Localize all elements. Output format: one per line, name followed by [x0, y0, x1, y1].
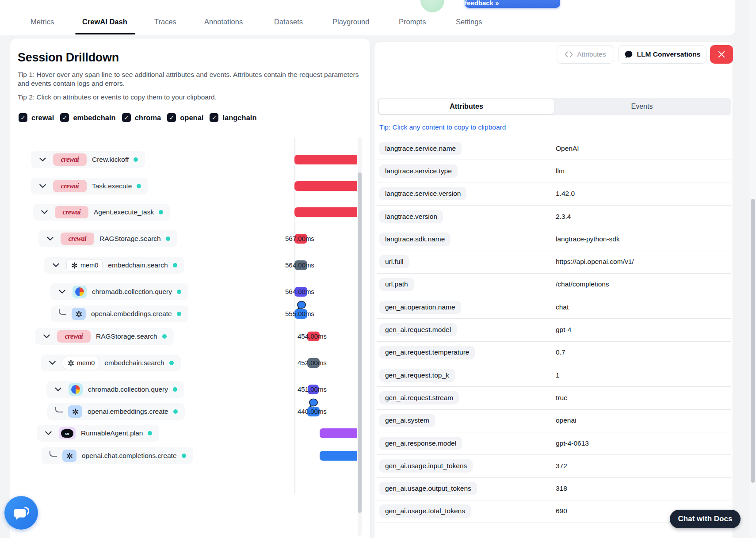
- checkbox-langchain[interactable]: ✓: [210, 113, 218, 122]
- tab-events[interactable]: Events: [554, 99, 729, 114]
- attribute-key-gen_ai.usage.total_tokens[interactable]: gen_ai.usage.total_tokens: [379, 504, 471, 518]
- chevron-down-icon[interactable]: [37, 157, 48, 162]
- attribute-key-langtrace.service.version[interactable]: langtrace.service.version: [379, 187, 466, 200]
- attribute-key-gen_ai.usage.output_tokens[interactable]: gen_ai.usage.output_tokens: [379, 482, 477, 495]
- span-row-RunnableAgent.plan[interactable]: ∞RunnableAgent.plan: [37, 425, 159, 442]
- nav-tab-crewai-dash[interactable]: CrewAI Dash: [82, 18, 127, 26]
- status-dot: [134, 157, 138, 162]
- checkbox-crewai[interactable]: ✓: [19, 113, 27, 122]
- span-list-scrollbar-thumb[interactable]: [358, 172, 362, 513]
- chevron-down-icon[interactable]: [41, 334, 52, 339]
- span-row-Agent.execute_task[interactable]: crewaiAgent.execute_task: [33, 204, 170, 221]
- close-button[interactable]: [710, 45, 733, 64]
- duration-label: 440.00ms: [298, 408, 327, 415]
- row-divider: [377, 296, 731, 296]
- attribute-key-gen_ai.request.top_k[interactable]: gen_ai.request.top_k: [379, 369, 455, 382]
- attribute-value-gen_ai.request.temperature[interactable]: 0.7: [556, 348, 565, 356]
- attribute-value-gen_ai.request.top_k[interactable]: 1: [556, 371, 560, 379]
- span-row-chromadb.collection.query[interactable]: chromadb.collection.query: [50, 283, 188, 300]
- attribute-key-url.path[interactable]: url.path: [379, 278, 414, 291]
- tab-attributes[interactable]: Attributes: [379, 99, 554, 114]
- active-tab-underline: [75, 33, 135, 34]
- attribute-key-gen_ai.request.model[interactable]: gen_ai.request.model: [379, 323, 457, 336]
- timeline-bar-openai.chat.completions.create[interactable]: [320, 451, 357, 461]
- nav-tab-traces[interactable]: Traces: [154, 18, 176, 26]
- timeline-bar-Agent.execute_task[interactable]: [294, 207, 357, 217]
- span-row-openai.chat.completions.create[interactable]: openai.chat.completions.create: [42, 447, 193, 464]
- span-row-openai.embeddings.create[interactable]: openai.embeddings.create: [47, 403, 185, 420]
- attribute-key-gen_ai.operation.name[interactable]: gen_ai.operation.name: [379, 301, 461, 314]
- copy-tip-link[interactable]: Tip: Click any content to copy to clipbo…: [379, 123, 506, 131]
- attribute-value-langtrace.service.version[interactable]: 1.42.0: [556, 190, 575, 198]
- timeline-bar-Task.execute[interactable]: [294, 181, 357, 191]
- nav-tab-datasets[interactable]: Datasets: [274, 18, 303, 26]
- chevron-down-icon[interactable]: [57, 290, 67, 294]
- timeline-bar-RunnableAgent.plan[interactable]: [320, 428, 357, 438]
- span-row-RAGStorage.search[interactable]: crewaiRAGStorage.search: [35, 328, 174, 345]
- nav-tab-playground[interactable]: Playground: [332, 18, 369, 26]
- attribute-value-langtrace.version[interactable]: 2.3.4: [556, 213, 571, 221]
- attribute-value-gen_ai.usage.total_tokens[interactable]: 690: [556, 507, 567, 515]
- attribute-key-gen_ai.usage.input_tokens[interactable]: gen_ai.usage.input_tokens: [379, 459, 473, 473]
- checkbox-openai[interactable]: ✓: [167, 113, 176, 122]
- chevron-down-icon[interactable]: [39, 210, 50, 214]
- attribute-key-url.full[interactable]: url.full: [379, 255, 409, 268]
- attribute-value-gen_ai.request.model[interactable]: gpt-4: [556, 326, 571, 334]
- attribute-value-gen_ai.response.model[interactable]: gpt-4-0613: [556, 439, 589, 447]
- span-row-Task.execute[interactable]: crewaiTask.execute: [31, 178, 148, 195]
- attribute-value-langtrace.service.name[interactable]: OpenAI: [556, 145, 579, 153]
- attribute-key-langtrace.sdk.name[interactable]: langtrace.sdk.name: [379, 233, 451, 246]
- checkbox-label-openai: openai: [180, 114, 203, 122]
- attribute-key-langtrace.service.type[interactable]: langtrace.service.type: [379, 164, 458, 178]
- chevron-down-icon[interactable]: [37, 184, 48, 188]
- llm-bubble-icon[interactable]: [297, 300, 306, 310]
- avatar[interactable]: [420, 0, 444, 12]
- attribute-value-gen_ai.usage.output_tokens[interactable]: 318: [556, 485, 567, 492]
- attribute-value-gen_ai.usage.input_tokens[interactable]: 372: [556, 462, 567, 470]
- llm-bubble-icon[interactable]: [309, 398, 318, 408]
- chat-with-docs-button[interactable]: Chat with Docs: [670, 510, 741, 528]
- langtrace-app: Get more FREE credits for feedback » Met…: [0, 0, 756, 538]
- page-scrollbar-thumb[interactable]: [751, 199, 755, 483]
- chevron-down-icon[interactable]: [43, 431, 53, 435]
- attribute-key-gen_ai.request.temperature[interactable]: gen_ai.request.temperature: [379, 346, 475, 359]
- attribute-value-gen_ai.system[interactable]: openai: [556, 416, 577, 424]
- attribute-key-gen_ai.response.model[interactable]: gen_ai.response.model: [379, 437, 462, 450]
- support-chat-widget[interactable]: [4, 496, 38, 530]
- nav-tab-metrics[interactable]: Metrics: [31, 18, 54, 26]
- chevron-down-icon[interactable]: [45, 237, 55, 241]
- attribute-key-langtrace.service.name[interactable]: langtrace.service.name: [379, 142, 462, 155]
- llm-conversations-button[interactable]: LLM Conversations: [618, 45, 706, 64]
- checkbox-chroma[interactable]: ✓: [122, 113, 131, 122]
- attribute-value-gen_ai.request.stream[interactable]: true: [556, 394, 568, 402]
- free-credits-button[interactable]: Get more FREE credits for feedback »: [465, 0, 560, 8]
- status-dot: [148, 431, 152, 435]
- attribute-value-url.full[interactable]: https://api.openai.com/v1/: [556, 258, 634, 266]
- span-row-embedchain.search[interactable]: mem0embedchain.search: [41, 355, 181, 371]
- attribute-key-gen_ai.system[interactable]: gen_ai.system: [379, 414, 435, 427]
- attribute-value-gen_ai.operation.name[interactable]: chat: [556, 303, 569, 311]
- crewai-logo: crewai: [61, 233, 94, 245]
- attributes-header-button[interactable]: Attributes: [557, 45, 614, 64]
- chevron-down-icon[interactable]: [47, 361, 57, 365]
- timeline-bar-Crew.kickoff[interactable]: [294, 155, 357, 164]
- attribute-value-langtrace.sdk.name[interactable]: langtrace-python-sdk: [556, 235, 620, 243]
- span-row-openai.embeddings.create[interactable]: openai.embeddings.create: [51, 305, 188, 322]
- chevron-down-icon[interactable]: [53, 387, 63, 392]
- span-row-chromadb.collection.query[interactable]: chromadb.collection.query: [46, 381, 184, 398]
- attribute-key-gen_ai.request.stream[interactable]: gen_ai.request.stream: [379, 391, 459, 404]
- crewai-logo: crewai: [57, 330, 91, 343]
- status-dot: [177, 290, 181, 294]
- attribute-value-langtrace.service.type[interactable]: llm: [556, 167, 565, 175]
- checkbox-embedchain[interactable]: ✓: [60, 113, 69, 122]
- attribute-key-langtrace.version[interactable]: langtrace.version: [379, 210, 443, 223]
- row-divider: [377, 228, 731, 228]
- chevron-down-icon[interactable]: [50, 263, 61, 267]
- attribute-value-url.path[interactable]: /chat/completions: [556, 280, 609, 288]
- nav-tab-annotations[interactable]: Annotations: [204, 18, 243, 26]
- nav-tab-settings[interactable]: Settings: [456, 18, 482, 26]
- span-row-Crew.kickoff[interactable]: crewaiCrew.kickoff: [31, 151, 145, 168]
- span-row-embedchain.search[interactable]: mem0embedchain.search: [44, 257, 184, 274]
- span-row-RAGStorage.search[interactable]: crewaiRAGStorage.search: [38, 230, 177, 247]
- nav-tab-prompts[interactable]: Prompts: [399, 18, 426, 26]
